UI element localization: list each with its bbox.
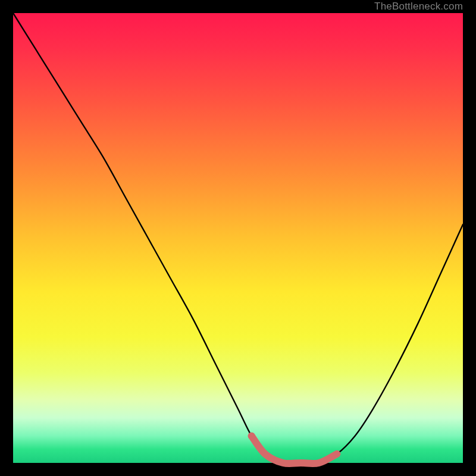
bottleneck-curve	[13, 13, 463, 464]
chart-frame: TheBottleneck.com	[0, 0, 476, 476]
optimal-range-highlight	[252, 436, 337, 464]
watermark-text: TheBottleneck.com	[374, 0, 463, 13]
highlight-start-dot	[248, 433, 255, 440]
curve-layer	[13, 13, 463, 463]
gradient-plot-area	[13, 13, 463, 463]
